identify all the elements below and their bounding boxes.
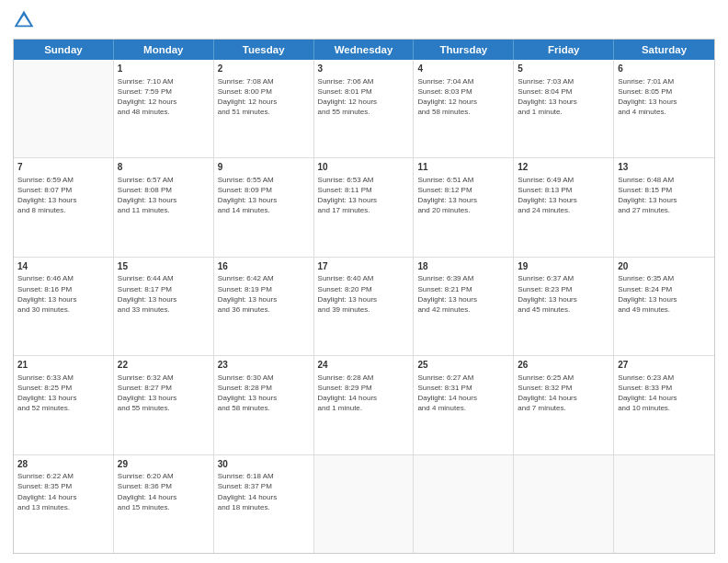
day-number: 18 [417, 260, 509, 273]
day-info: Sunrise: 6:18 AM Sunset: 8:37 PM Dayligh… [218, 471, 310, 512]
day-info: Sunrise: 6:53 AM Sunset: 8:11 PM Dayligh… [318, 175, 410, 216]
day-info: Sunrise: 6:28 AM Sunset: 8:29 PM Dayligh… [318, 373, 410, 414]
header-day-friday: Friday [514, 40, 614, 60]
day-info: Sunrise: 6:32 AM Sunset: 8:27 PM Dayligh… [118, 373, 210, 414]
calendar-cell: 21Sunrise: 6:33 AM Sunset: 8:25 PM Dayli… [14, 356, 114, 454]
calendar-cell [514, 455, 614, 553]
day-number: 24 [318, 359, 410, 372]
day-number: 28 [17, 458, 109, 471]
header-day-wednesday: Wednesday [314, 40, 415, 60]
logo [13, 9, 39, 31]
day-number: 8 [118, 161, 210, 174]
calendar-cell: 26Sunrise: 6:25 AM Sunset: 8:32 PM Dayli… [514, 356, 614, 454]
day-info: Sunrise: 6:35 AM Sunset: 8:24 PM Dayligh… [618, 273, 711, 315]
day-info: Sunrise: 6:48 AM Sunset: 8:15 PM Dayligh… [618, 175, 711, 216]
header [13, 9, 715, 31]
day-info: Sunrise: 7:06 AM Sunset: 8:01 PM Dayligh… [318, 76, 410, 118]
calendar-cell: 19Sunrise: 6:37 AM Sunset: 8:23 PM Dayli… [514, 258, 614, 355]
day-number: 11 [417, 161, 509, 174]
day-number: 26 [518, 359, 609, 372]
calendar-week-2: 7Sunrise: 6:59 AM Sunset: 8:07 PM Daylig… [14, 158, 714, 257]
day-number: 14 [17, 260, 109, 273]
page: SundayMondayTuesdayWednesdayThursdayFrid… [0, 0, 728, 563]
header-day-tuesday: Tuesday [214, 40, 314, 60]
day-info: Sunrise: 6:49 AM Sunset: 8:13 PM Dayligh… [518, 175, 609, 216]
day-info: Sunrise: 6:42 AM Sunset: 8:19 PM Dayligh… [218, 273, 310, 315]
day-info: Sunrise: 6:59 AM Sunset: 8:07 PM Dayligh… [17, 175, 109, 216]
day-info: Sunrise: 6:55 AM Sunset: 8:09 PM Dayligh… [218, 175, 310, 216]
day-number: 19 [518, 260, 609, 273]
day-number: 29 [118, 458, 210, 471]
day-number: 7 [17, 161, 109, 174]
calendar-week-5: 28Sunrise: 6:22 AM Sunset: 8:35 PM Dayli… [14, 455, 714, 553]
header-day-monday: Monday [114, 40, 214, 60]
calendar-cell: 4Sunrise: 7:04 AM Sunset: 8:03 PM Daylig… [414, 60, 514, 157]
calendar-cell: 6Sunrise: 7:01 AM Sunset: 8:05 PM Daylig… [614, 60, 714, 157]
calendar-week-1: 1Sunrise: 7:10 AM Sunset: 7:59 PM Daylig… [14, 60, 714, 158]
calendar-cell: 17Sunrise: 6:40 AM Sunset: 8:20 PM Dayli… [314, 258, 415, 355]
calendar-cell [314, 455, 415, 553]
day-info: Sunrise: 6:46 AM Sunset: 8:16 PM Dayligh… [17, 273, 109, 315]
day-number: 9 [218, 161, 310, 174]
day-info: Sunrise: 7:04 AM Sunset: 8:03 PM Dayligh… [417, 76, 509, 118]
day-number: 4 [417, 63, 509, 75]
calendar-cell: 13Sunrise: 6:48 AM Sunset: 8:15 PM Dayli… [614, 158, 714, 256]
day-number: 23 [218, 359, 310, 372]
day-number: 20 [618, 260, 711, 273]
calendar-cell: 2Sunrise: 7:08 AM Sunset: 8:00 PM Daylig… [214, 60, 314, 157]
day-info: Sunrise: 6:39 AM Sunset: 8:21 PM Dayligh… [417, 273, 509, 315]
day-number: 10 [318, 161, 410, 174]
calendar-cell: 29Sunrise: 6:20 AM Sunset: 8:36 PM Dayli… [114, 455, 214, 553]
day-info: Sunrise: 7:10 AM Sunset: 7:59 PM Dayligh… [118, 76, 210, 118]
day-number: 12 [518, 161, 609, 174]
day-info: Sunrise: 7:08 AM Sunset: 8:00 PM Dayligh… [218, 76, 310, 118]
calendar-body: 1Sunrise: 7:10 AM Sunset: 7:59 PM Daylig… [14, 60, 714, 553]
calendar-cell: 30Sunrise: 6:18 AM Sunset: 8:37 PM Dayli… [214, 455, 314, 553]
calendar-cell: 8Sunrise: 6:57 AM Sunset: 8:08 PM Daylig… [114, 158, 214, 256]
day-info: Sunrise: 6:57 AM Sunset: 8:08 PM Dayligh… [118, 175, 210, 216]
day-number: 6 [618, 63, 711, 75]
day-number: 16 [218, 260, 310, 273]
calendar-cell: 1Sunrise: 7:10 AM Sunset: 7:59 PM Daylig… [114, 60, 214, 157]
header-day-sunday: Sunday [14, 40, 114, 60]
logo-icon [13, 9, 35, 31]
day-info: Sunrise: 6:27 AM Sunset: 8:31 PM Dayligh… [417, 373, 509, 414]
calendar-cell: 18Sunrise: 6:39 AM Sunset: 8:21 PM Dayli… [414, 258, 514, 355]
day-info: Sunrise: 6:51 AM Sunset: 8:12 PM Dayligh… [417, 175, 509, 216]
calendar-cell [414, 455, 514, 553]
calendar-cell: 25Sunrise: 6:27 AM Sunset: 8:31 PM Dayli… [414, 356, 514, 454]
day-info: Sunrise: 6:30 AM Sunset: 8:28 PM Dayligh… [218, 373, 310, 414]
calendar-cell: 3Sunrise: 7:06 AM Sunset: 8:01 PM Daylig… [314, 60, 415, 157]
calendar-header-row: SundayMondayTuesdayWednesdayThursdayFrid… [14, 40, 714, 60]
day-number: 3 [318, 63, 410, 75]
day-info: Sunrise: 6:25 AM Sunset: 8:32 PM Dayligh… [518, 373, 609, 414]
calendar-week-4: 21Sunrise: 6:33 AM Sunset: 8:25 PM Dayli… [14, 356, 714, 454]
day-number: 13 [618, 161, 711, 174]
calendar-cell: 5Sunrise: 7:03 AM Sunset: 8:04 PM Daylig… [514, 60, 614, 157]
calendar-cell: 27Sunrise: 6:23 AM Sunset: 8:33 PM Dayli… [614, 356, 714, 454]
calendar-cell: 20Sunrise: 6:35 AM Sunset: 8:24 PM Dayli… [614, 258, 714, 355]
day-info: Sunrise: 6:44 AM Sunset: 8:17 PM Dayligh… [118, 273, 210, 315]
day-info: Sunrise: 6:23 AM Sunset: 8:33 PM Dayligh… [618, 373, 711, 414]
day-info: Sunrise: 7:03 AM Sunset: 8:04 PM Dayligh… [518, 76, 609, 118]
day-info: Sunrise: 6:33 AM Sunset: 8:25 PM Dayligh… [17, 373, 109, 414]
calendar-cell: 24Sunrise: 6:28 AM Sunset: 8:29 PM Dayli… [314, 356, 415, 454]
day-number: 22 [118, 359, 210, 372]
calendar-cell: 12Sunrise: 6:49 AM Sunset: 8:13 PM Dayli… [514, 158, 614, 256]
day-number: 1 [118, 63, 210, 75]
calendar-cell: 11Sunrise: 6:51 AM Sunset: 8:12 PM Dayli… [414, 158, 514, 256]
calendar-cell: 9Sunrise: 6:55 AM Sunset: 8:09 PM Daylig… [214, 158, 314, 256]
day-info: Sunrise: 6:40 AM Sunset: 8:20 PM Dayligh… [318, 273, 410, 315]
calendar: SundayMondayTuesdayWednesdayThursdayFrid… [13, 39, 715, 554]
day-info: Sunrise: 6:20 AM Sunset: 8:36 PM Dayligh… [118, 471, 210, 512]
calendar-cell: 15Sunrise: 6:44 AM Sunset: 8:17 PM Dayli… [114, 258, 214, 355]
day-number: 21 [17, 359, 109, 372]
calendar-cell: 28Sunrise: 6:22 AM Sunset: 8:35 PM Dayli… [14, 455, 114, 553]
calendar-cell [14, 60, 114, 157]
calendar-cell [614, 455, 714, 553]
day-info: Sunrise: 7:01 AM Sunset: 8:05 PM Dayligh… [618, 76, 711, 118]
day-number: 30 [218, 458, 310, 471]
day-number: 2 [218, 63, 310, 75]
calendar-week-3: 14Sunrise: 6:46 AM Sunset: 8:16 PM Dayli… [14, 258, 714, 356]
day-number: 27 [618, 359, 711, 372]
